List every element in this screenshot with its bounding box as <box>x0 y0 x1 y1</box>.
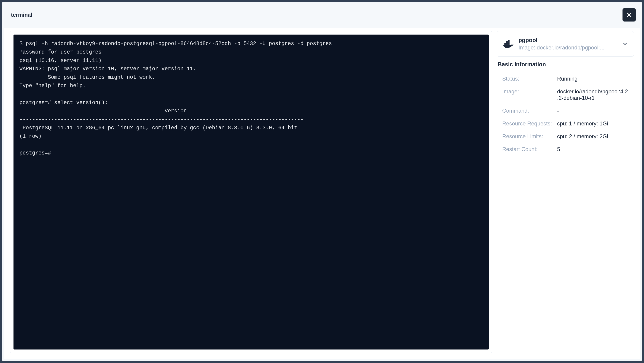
docker-icon <box>503 40 514 48</box>
chevron-down-icon[interactable] <box>622 41 628 47</box>
info-row-status: Status: Running <box>498 72 632 85</box>
basic-info-table: Status: Running Image: docker.io/radondb… <box>497 72 634 156</box>
terminal-output[interactable]: $ psql -h radondb-vtkoy9-radondb-postgre… <box>14 35 489 349</box>
info-label: Resource Requests: <box>502 120 557 127</box>
svg-rect-4 <box>508 41 510 43</box>
info-label: Restart Count: <box>502 146 557 152</box>
close-button[interactable] <box>622 8 636 22</box>
terminal-wrapper: $ psql -h radondb-vtkoy9-radondb-postgre… <box>10 31 492 353</box>
sidebar: pgpool Image: docker.io/radondb/pgpool:.… <box>497 31 634 353</box>
info-value: cpu: 2 / memory: 2Gi <box>557 133 628 140</box>
info-value: docker.io/radondb/pgpool:4.2.2-debian-10… <box>557 88 628 101</box>
info-label: Image: <box>502 88 557 101</box>
modal-body: $ psql -h radondb-vtkoy9-radondb-postgre… <box>4 28 640 359</box>
info-label: Resource Limits: <box>502 133 557 140</box>
info-value: Running <box>557 76 628 82</box>
info-row-resource-limits: Resource Limits: cpu: 2 / memory: 2Gi <box>498 130 632 143</box>
info-row-restart-count: Restart Count: 5 <box>498 143 632 156</box>
svg-rect-5 <box>508 40 510 41</box>
svg-rect-0 <box>504 43 506 45</box>
container-name: pgpool <box>518 37 618 44</box>
svg-rect-1 <box>506 43 508 45</box>
info-value: - <box>557 108 628 114</box>
container-image-line: Image: docker.io/radondb/pgpool:... <box>518 44 618 51</box>
info-value: 5 <box>557 146 628 152</box>
container-card[interactable]: pgpool Image: docker.io/radondb/pgpool:.… <box>497 31 634 57</box>
modal-header: terminal <box>2 2 642 28</box>
info-value: cpu: 1 / memory: 1Gi <box>557 120 628 127</box>
info-row-command: Command: - <box>498 104 632 117</box>
modal-title: terminal <box>11 12 32 18</box>
info-row-image: Image: docker.io/radondb/pgpool:4.2.2-de… <box>498 85 632 104</box>
svg-rect-3 <box>506 41 508 43</box>
info-label: Status: <box>502 76 557 82</box>
close-icon <box>626 12 632 18</box>
info-label: Command: <box>502 108 557 114</box>
container-info: pgpool Image: docker.io/radondb/pgpool:.… <box>518 37 618 51</box>
svg-rect-2 <box>508 43 510 45</box>
terminal-modal: terminal $ psql -h radondb-vtkoy9-radond… <box>2 2 642 361</box>
basic-info-title: Basic Information <box>497 61 634 68</box>
info-row-resource-requests: Resource Requests: cpu: 1 / memory: 1Gi <box>498 117 632 130</box>
